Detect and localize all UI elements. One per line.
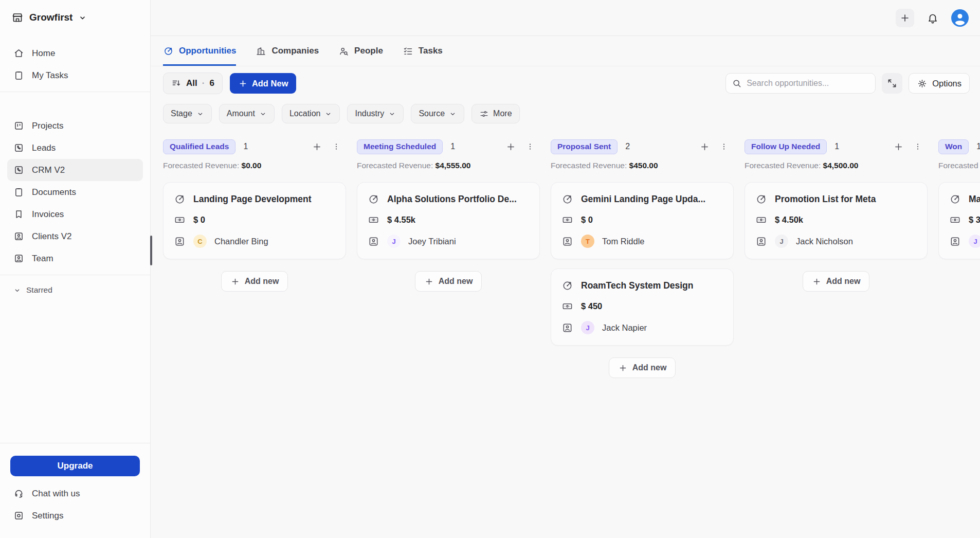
user-avatar[interactable] bbox=[951, 9, 969, 27]
column-menu-button[interactable] bbox=[331, 141, 342, 152]
card-title-row: RoamTech System Design bbox=[561, 280, 723, 292]
column-add-button[interactable] bbox=[504, 140, 517, 153]
sidebar-item-clients-v2[interactable]: Clients V2 bbox=[7, 225, 143, 247]
search-input[interactable] bbox=[725, 73, 876, 94]
filter-industry[interactable]: Industry bbox=[347, 104, 404, 123]
opportunity-card[interactable]: Promotion List for Meta $ 4.50k J Jack N… bbox=[745, 182, 928, 259]
stage-badge: Proposal Sent bbox=[551, 139, 618, 154]
sort-icon bbox=[171, 78, 182, 88]
column-add-button[interactable] bbox=[892, 140, 905, 153]
workspace-switcher[interactable]: Growfirst bbox=[7, 10, 143, 25]
card-title: Mar bbox=[969, 194, 980, 205]
add-card-button[interactable]: Add new bbox=[415, 271, 482, 292]
opportunity-card[interactable]: Gemini Landing Page Upda... $ 0 T Tom Ri… bbox=[551, 182, 734, 259]
notifications-button[interactable] bbox=[923, 9, 942, 27]
headset-icon bbox=[13, 488, 24, 499]
column-menu-button[interactable] bbox=[718, 141, 730, 152]
target-icon bbox=[755, 193, 767, 205]
forecast-revenue: Forecasted Revenue: $0.00 bbox=[163, 161, 346, 170]
tab-opportunities[interactable]: Opportunities bbox=[163, 36, 236, 66]
sidebar-divider bbox=[0, 92, 150, 92]
add-new-button[interactable]: Add New bbox=[230, 73, 297, 94]
sidebar-nav-bottom: Chat with us Settings bbox=[7, 482, 143, 527]
module-tabs: Opportunities Companies People Tasks bbox=[151, 36, 980, 66]
workspace-name: Growfirst bbox=[29, 12, 72, 23]
add-card-button[interactable]: Add new bbox=[609, 357, 676, 378]
filter-more-button[interactable]: More bbox=[471, 104, 519, 123]
person-avatar: J bbox=[387, 235, 401, 248]
sidebar-item-invoices[interactable]: Invoices bbox=[7, 203, 143, 225]
filter-stage[interactable]: Stage bbox=[163, 104, 212, 123]
sidebar-divider bbox=[0, 443, 150, 443]
filter-location[interactable]: Location bbox=[282, 104, 340, 123]
topbar bbox=[151, 0, 980, 36]
chevron-down-icon bbox=[78, 13, 87, 22]
plus-icon bbox=[230, 277, 240, 286]
card-person-row: C Chandler Bing bbox=[174, 235, 335, 248]
plus-icon bbox=[312, 141, 322, 152]
options-button[interactable]: Options bbox=[909, 73, 970, 94]
card-amount-row: $ 0 bbox=[561, 214, 723, 226]
card-title-row: Alpha Solutions Portfolio De... bbox=[368, 193, 529, 205]
target-icon bbox=[163, 46, 174, 57]
fullscreen-button[interactable] bbox=[882, 73, 902, 94]
forecast-revenue: Forecasted Revenue: $4,555.00 bbox=[357, 161, 540, 170]
banknote-icon bbox=[174, 214, 186, 226]
card-person-row: J Jack Nicholson bbox=[755, 235, 917, 248]
column-add-button[interactable] bbox=[311, 140, 323, 153]
add-card-button[interactable]: Add new bbox=[803, 271, 870, 292]
person-badge-icon bbox=[368, 236, 379, 247]
column-card-count: 1 bbox=[834, 142, 839, 151]
person-name: Jack Napier bbox=[602, 323, 647, 333]
home-icon bbox=[13, 48, 24, 59]
sidebar-item-projects[interactable]: Projects bbox=[7, 115, 143, 137]
stage-badge: Follow Up Needed bbox=[745, 139, 827, 154]
column-menu-button[interactable] bbox=[912, 141, 923, 152]
phone-icon bbox=[13, 142, 24, 153]
toolbar: All · 6 Add New Options bbox=[151, 73, 980, 94]
user-icon bbox=[952, 10, 968, 26]
filter-more-label: More bbox=[493, 109, 512, 118]
sidebar-item-chat-with-us[interactable]: Chat with us bbox=[7, 482, 143, 505]
target-icon bbox=[174, 193, 186, 205]
person-avatar: C bbox=[193, 235, 207, 248]
starred-section-toggle[interactable]: Starred bbox=[7, 280, 143, 300]
tab-companies[interactable]: Companies bbox=[256, 36, 319, 66]
card-title: Alpha Solutions Portfolio De... bbox=[387, 194, 517, 205]
opportunity-card[interactable]: Alpha Solutions Portfolio De... $ 4.55k … bbox=[357, 182, 540, 259]
tab-people[interactable]: People bbox=[338, 36, 383, 66]
column-add-button[interactable] bbox=[698, 140, 711, 153]
opportunity-card[interactable]: RoamTech System Design $ 450 J Jack Napi… bbox=[551, 268, 734, 346]
quick-add-button[interactable] bbox=[896, 9, 914, 27]
column-menu-button[interactable] bbox=[524, 141, 536, 152]
upgrade-button[interactable]: Upgrade bbox=[10, 456, 140, 476]
tab-tasks[interactable]: Tasks bbox=[403, 36, 443, 66]
view-filter-button[interactable]: All · 6 bbox=[163, 73, 223, 94]
sliders-icon bbox=[479, 109, 489, 119]
person-name: Chandler Bing bbox=[214, 237, 268, 246]
sidebar-item-crm-v2[interactable]: CRM V2 bbox=[7, 159, 143, 181]
sidebar-item-leads[interactable]: Leads bbox=[7, 137, 143, 159]
card-list: Mar $ 30 J bbox=[938, 182, 980, 259]
sidebar-item-settings[interactable]: Settings bbox=[7, 505, 143, 527]
target-icon bbox=[949, 193, 961, 205]
filter-amount[interactable]: Amount bbox=[219, 104, 275, 123]
sidebar-nav-main: Projects Leads CRM V2 Documents Invoices… bbox=[7, 115, 143, 270]
card-title-row: Mar bbox=[949, 193, 980, 205]
sidebar-item-documents[interactable]: Documents bbox=[7, 181, 143, 203]
kanban-column-follow-up-needed: Follow Up Needed 1 Forecasted Revenue: $… bbox=[745, 139, 928, 538]
sidebar-item-my-tasks[interactable]: My Tasks bbox=[7, 64, 143, 86]
search-box bbox=[725, 73, 876, 94]
sidebar-item-team[interactable]: Team bbox=[7, 247, 143, 270]
sidebar: Growfirst Home My Tasks Projects Leads C… bbox=[0, 0, 151, 538]
sidebar-item-home[interactable]: Home bbox=[7, 42, 143, 64]
card-person-row: J bbox=[949, 235, 980, 248]
opportunity-card[interactable]: Mar $ 30 J bbox=[938, 182, 980, 259]
card-list: Promotion List for Meta $ 4.50k J Jack N… bbox=[745, 182, 928, 259]
add-card-button[interactable]: Add new bbox=[221, 271, 288, 292]
opportunity-card[interactable]: Landing Page Development $ 0 C Chandler … bbox=[163, 182, 346, 259]
filter-source[interactable]: Source bbox=[411, 104, 464, 123]
card-title: Gemini Landing Page Upda... bbox=[581, 194, 705, 205]
card-person-row: J Jack Napier bbox=[561, 321, 723, 334]
banknote-icon bbox=[561, 214, 573, 226]
